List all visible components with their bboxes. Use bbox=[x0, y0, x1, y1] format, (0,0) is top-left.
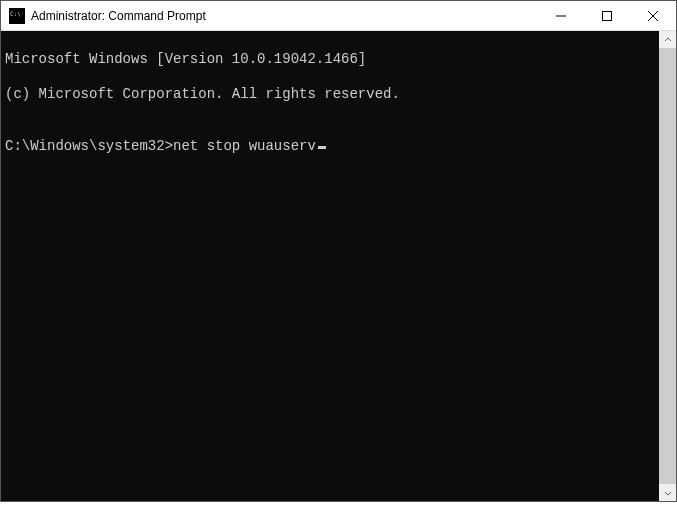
command-text: net stop wuauserv bbox=[173, 138, 316, 156]
window-body: Microsoft Windows [Version 10.0.19042.14… bbox=[1, 31, 676, 501]
svg-rect-1 bbox=[603, 11, 612, 20]
output-line: Microsoft Windows [Version 10.0.19042.14… bbox=[5, 51, 655, 69]
scroll-up-button[interactable] bbox=[659, 31, 676, 48]
command-prompt-window: Administrator: Command Prompt Microsoft … bbox=[0, 0, 677, 502]
window-title: Administrator: Command Prompt bbox=[31, 9, 538, 23]
vertical-scrollbar[interactable] bbox=[659, 31, 676, 501]
output-line: (c) Microsoft Corporation. All rights re… bbox=[5, 86, 655, 104]
cursor bbox=[318, 146, 326, 149]
window-controls bbox=[538, 1, 676, 30]
scroll-down-button[interactable] bbox=[659, 484, 676, 501]
scroll-track[interactable] bbox=[659, 48, 676, 484]
close-button[interactable] bbox=[630, 1, 676, 30]
prompt-line: C:\Windows\system32> net stop wuauserv bbox=[5, 138, 655, 156]
terminal-output[interactable]: Microsoft Windows [Version 10.0.19042.14… bbox=[1, 31, 659, 501]
prompt-text: C:\Windows\system32> bbox=[5, 138, 173, 156]
cmd-icon bbox=[9, 8, 25, 24]
maximize-button[interactable] bbox=[584, 1, 630, 30]
minimize-button[interactable] bbox=[538, 1, 584, 30]
scroll-thumb[interactable] bbox=[659, 48, 676, 484]
titlebar[interactable]: Administrator: Command Prompt bbox=[1, 1, 676, 31]
